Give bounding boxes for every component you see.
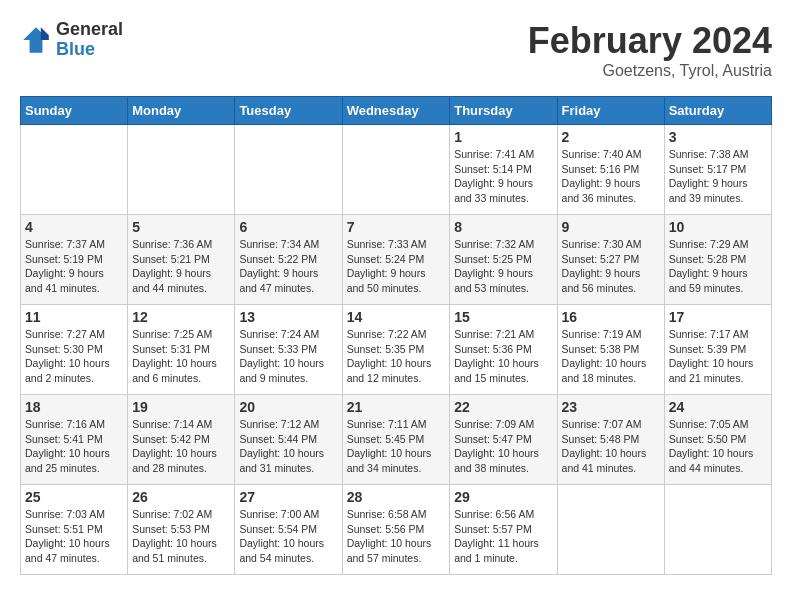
day-number: 14 <box>347 309 446 325</box>
day-number: 20 <box>239 399 337 415</box>
weekday-header-row: SundayMondayTuesdayWednesdayThursdayFrid… <box>21 97 772 125</box>
day-number: 19 <box>132 399 230 415</box>
calendar-cell <box>235 125 342 215</box>
weekday-header-friday: Friday <box>557 97 664 125</box>
day-info: Sunrise: 7:36 AM Sunset: 5:21 PM Dayligh… <box>132 237 230 296</box>
calendar-cell <box>664 485 771 575</box>
calendar-cell: 6Sunrise: 7:34 AM Sunset: 5:22 PM Daylig… <box>235 215 342 305</box>
calendar-week-2: 4Sunrise: 7:37 AM Sunset: 5:19 PM Daylig… <box>21 215 772 305</box>
day-number: 22 <box>454 399 552 415</box>
day-info: Sunrise: 7:03 AM Sunset: 5:51 PM Dayligh… <box>25 507 123 566</box>
calendar-cell <box>21 125 128 215</box>
calendar-week-5: 25Sunrise: 7:03 AM Sunset: 5:51 PM Dayli… <box>21 485 772 575</box>
day-info: Sunrise: 7:12 AM Sunset: 5:44 PM Dayligh… <box>239 417 337 476</box>
day-number: 3 <box>669 129 767 145</box>
day-number: 4 <box>25 219 123 235</box>
day-number: 25 <box>25 489 123 505</box>
day-number: 6 <box>239 219 337 235</box>
day-info: Sunrise: 7:24 AM Sunset: 5:33 PM Dayligh… <box>239 327 337 386</box>
weekday-header-monday: Monday <box>128 97 235 125</box>
logo: General Blue <box>20 20 123 60</box>
day-info: Sunrise: 7:32 AM Sunset: 5:25 PM Dayligh… <box>454 237 552 296</box>
calendar-week-3: 11Sunrise: 7:27 AM Sunset: 5:30 PM Dayli… <box>21 305 772 395</box>
weekday-header-thursday: Thursday <box>450 97 557 125</box>
calendar-cell: 22Sunrise: 7:09 AM Sunset: 5:47 PM Dayli… <box>450 395 557 485</box>
logo-blue-text: Blue <box>56 40 123 60</box>
calendar-cell: 4Sunrise: 7:37 AM Sunset: 5:19 PM Daylig… <box>21 215 128 305</box>
location: Goetzens, Tyrol, Austria <box>528 62 772 80</box>
calendar-cell: 11Sunrise: 7:27 AM Sunset: 5:30 PM Dayli… <box>21 305 128 395</box>
calendar-cell: 28Sunrise: 6:58 AM Sunset: 5:56 PM Dayli… <box>342 485 450 575</box>
day-info: Sunrise: 7:11 AM Sunset: 5:45 PM Dayligh… <box>347 417 446 476</box>
day-info: Sunrise: 7:19 AM Sunset: 5:38 PM Dayligh… <box>562 327 660 386</box>
calendar-cell: 27Sunrise: 7:00 AM Sunset: 5:54 PM Dayli… <box>235 485 342 575</box>
day-number: 8 <box>454 219 552 235</box>
day-number: 1 <box>454 129 552 145</box>
day-info: Sunrise: 7:41 AM Sunset: 5:14 PM Dayligh… <box>454 147 552 206</box>
day-info: Sunrise: 6:56 AM Sunset: 5:57 PM Dayligh… <box>454 507 552 566</box>
weekday-header-wednesday: Wednesday <box>342 97 450 125</box>
calendar-cell: 16Sunrise: 7:19 AM Sunset: 5:38 PM Dayli… <box>557 305 664 395</box>
day-info: Sunrise: 7:09 AM Sunset: 5:47 PM Dayligh… <box>454 417 552 476</box>
page-header: General Blue February 2024 Goetzens, Tyr… <box>20 20 772 80</box>
calendar-cell: 5Sunrise: 7:36 AM Sunset: 5:21 PM Daylig… <box>128 215 235 305</box>
day-number: 5 <box>132 219 230 235</box>
logo-text: General Blue <box>56 20 123 60</box>
day-info: Sunrise: 7:29 AM Sunset: 5:28 PM Dayligh… <box>669 237 767 296</box>
day-number: 21 <box>347 399 446 415</box>
calendar-cell: 14Sunrise: 7:22 AM Sunset: 5:35 PM Dayli… <box>342 305 450 395</box>
day-info: Sunrise: 7:27 AM Sunset: 5:30 PM Dayligh… <box>25 327 123 386</box>
day-info: Sunrise: 7:05 AM Sunset: 5:50 PM Dayligh… <box>669 417 767 476</box>
svg-marker-1 <box>41 27 49 40</box>
day-number: 2 <box>562 129 660 145</box>
calendar-cell: 29Sunrise: 6:56 AM Sunset: 5:57 PM Dayli… <box>450 485 557 575</box>
calendar-cell: 17Sunrise: 7:17 AM Sunset: 5:39 PM Dayli… <box>664 305 771 395</box>
day-info: Sunrise: 7:37 AM Sunset: 5:19 PM Dayligh… <box>25 237 123 296</box>
day-number: 17 <box>669 309 767 325</box>
day-number: 13 <box>239 309 337 325</box>
day-number: 29 <box>454 489 552 505</box>
day-number: 12 <box>132 309 230 325</box>
logo-icon <box>20 24 52 56</box>
day-info: Sunrise: 7:07 AM Sunset: 5:48 PM Dayligh… <box>562 417 660 476</box>
day-number: 15 <box>454 309 552 325</box>
calendar-cell: 18Sunrise: 7:16 AM Sunset: 5:41 PM Dayli… <box>21 395 128 485</box>
day-number: 28 <box>347 489 446 505</box>
weekday-header-saturday: Saturday <box>664 97 771 125</box>
day-number: 11 <box>25 309 123 325</box>
day-info: Sunrise: 7:25 AM Sunset: 5:31 PM Dayligh… <box>132 327 230 386</box>
calendar-cell: 21Sunrise: 7:11 AM Sunset: 5:45 PM Dayli… <box>342 395 450 485</box>
day-info: Sunrise: 7:17 AM Sunset: 5:39 PM Dayligh… <box>669 327 767 386</box>
day-info: Sunrise: 7:14 AM Sunset: 5:42 PM Dayligh… <box>132 417 230 476</box>
day-info: Sunrise: 6:58 AM Sunset: 5:56 PM Dayligh… <box>347 507 446 566</box>
month-title: February 2024 <box>528 20 772 62</box>
calendar-cell: 19Sunrise: 7:14 AM Sunset: 5:42 PM Dayli… <box>128 395 235 485</box>
calendar-week-4: 18Sunrise: 7:16 AM Sunset: 5:41 PM Dayli… <box>21 395 772 485</box>
day-info: Sunrise: 7:34 AM Sunset: 5:22 PM Dayligh… <box>239 237 337 296</box>
day-number: 10 <box>669 219 767 235</box>
calendar-cell: 10Sunrise: 7:29 AM Sunset: 5:28 PM Dayli… <box>664 215 771 305</box>
day-info: Sunrise: 7:38 AM Sunset: 5:17 PM Dayligh… <box>669 147 767 206</box>
calendar-cell <box>128 125 235 215</box>
day-info: Sunrise: 7:33 AM Sunset: 5:24 PM Dayligh… <box>347 237 446 296</box>
calendar-week-1: 1Sunrise: 7:41 AM Sunset: 5:14 PM Daylig… <box>21 125 772 215</box>
calendar-cell <box>342 125 450 215</box>
day-info: Sunrise: 7:21 AM Sunset: 5:36 PM Dayligh… <box>454 327 552 386</box>
day-number: 18 <box>25 399 123 415</box>
day-info: Sunrise: 7:22 AM Sunset: 5:35 PM Dayligh… <box>347 327 446 386</box>
day-number: 27 <box>239 489 337 505</box>
calendar-cell: 15Sunrise: 7:21 AM Sunset: 5:36 PM Dayli… <box>450 305 557 395</box>
day-info: Sunrise: 7:00 AM Sunset: 5:54 PM Dayligh… <box>239 507 337 566</box>
calendar-cell: 1Sunrise: 7:41 AM Sunset: 5:14 PM Daylig… <box>450 125 557 215</box>
day-number: 7 <box>347 219 446 235</box>
calendar-cell: 26Sunrise: 7:02 AM Sunset: 5:53 PM Dayli… <box>128 485 235 575</box>
weekday-header-tuesday: Tuesday <box>235 97 342 125</box>
day-info: Sunrise: 7:02 AM Sunset: 5:53 PM Dayligh… <box>132 507 230 566</box>
calendar-table: SundayMondayTuesdayWednesdayThursdayFrid… <box>20 96 772 575</box>
weekday-header-sunday: Sunday <box>21 97 128 125</box>
calendar-cell: 3Sunrise: 7:38 AM Sunset: 5:17 PM Daylig… <box>664 125 771 215</box>
day-number: 9 <box>562 219 660 235</box>
calendar-cell: 13Sunrise: 7:24 AM Sunset: 5:33 PM Dayli… <box>235 305 342 395</box>
title-block: February 2024 Goetzens, Tyrol, Austria <box>528 20 772 80</box>
day-number: 26 <box>132 489 230 505</box>
